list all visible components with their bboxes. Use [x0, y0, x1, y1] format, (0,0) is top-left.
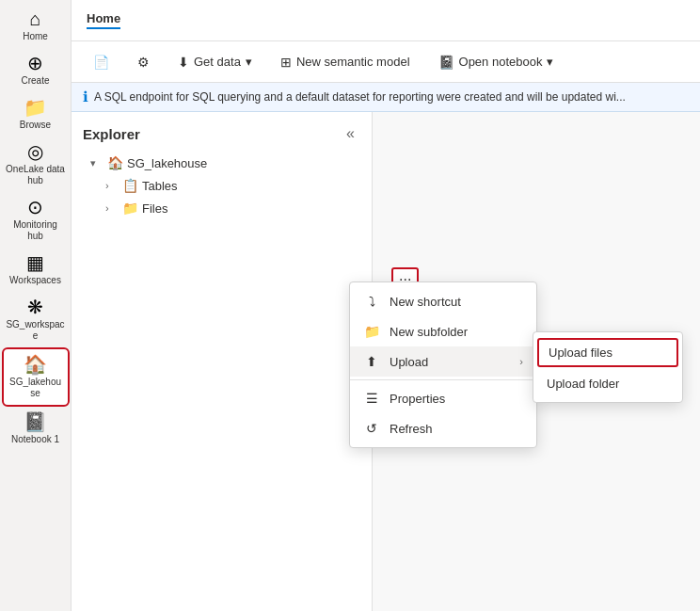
sidebar-item-notebook1[interactable]: 📓 Notebook 1: [2, 407, 70, 451]
browse-icon: 📁: [24, 98, 47, 117]
menu-item-upload[interactable]: ⬆ Upload ›: [350, 346, 536, 377]
explorer-title: Explorer: [83, 126, 140, 142]
open-notebook-arrow: ▾: [547, 55, 553, 69]
sidebar-label-home: Home: [23, 31, 48, 42]
upload-arrow-icon: ›: [519, 356, 523, 367]
tree-tables-label: Tables: [142, 179, 178, 193]
topbar: Home: [72, 0, 700, 41]
monitoring-icon: ⊙: [27, 198, 43, 217]
sidebar-item-browse[interactable]: 📁 Browse: [2, 92, 70, 137]
sidebar-label-create: Create: [21, 75, 49, 87]
properties-icon: ☰: [363, 391, 380, 406]
home-tab[interactable]: Home: [87, 11, 120, 29]
properties-label: Properties: [390, 392, 445, 406]
sidebar-label-monitoring: Monitoring hub: [6, 219, 66, 242]
menu-item-new-shortcut[interactable]: ⤵ New shortcut: [350, 286, 536, 316]
new-semantic-icon: ⊞: [280, 55, 292, 70]
info-icon: ℹ: [83, 88, 88, 105]
sidebar-label-workspaces: Workspaces: [9, 275, 61, 286]
sidebar-item-sg-lakehouse[interactable]: 🏠 SG_lakehouse: [2, 347, 70, 407]
sidebar-item-workspaces[interactable]: ▦ Workspaces: [2, 248, 70, 292]
explorer-header: Explorer «: [72, 112, 372, 152]
get-data-button[interactable]: ⬇ Get data ▾: [167, 49, 262, 75]
refresh-label: Refresh: [390, 422, 433, 436]
get-data-arrow: ▾: [246, 55, 252, 69]
settings-icon: ⚙: [137, 55, 150, 70]
sidebar-label-onelake: OneLake data hub: [6, 164, 66, 186]
get-data-label: Get data: [194, 55, 241, 69]
workspaces-icon: ▦: [26, 253, 44, 272]
infobar: ℹ A SQL endpoint for SQL querying and a …: [72, 83, 700, 112]
sidebar-label-browse: Browse: [20, 120, 51, 131]
sg-lakehouse-icon: 🏠: [24, 355, 47, 374]
sidebar-label-notebook1: Notebook 1: [11, 434, 59, 445]
notebook-toolbar-icon: 📓: [438, 55, 454, 70]
sg-workspace-icon: ❋: [27, 297, 43, 316]
tree-files-item[interactable]: › 📁 Files: [72, 197, 372, 219]
menu-item-refresh[interactable]: ↺ Refresh: [350, 413, 536, 443]
main-content: Home 📄 ⚙ ⬇ Get data ▾ ⊞ New semantic mod…: [72, 0, 700, 611]
onelake-icon: ◎: [27, 142, 43, 161]
open-notebook-button[interactable]: 📓 Open notebook ▾: [428, 49, 565, 75]
files-chevron-icon: ›: [105, 202, 119, 214]
get-data-icon: ⬇: [178, 55, 189, 70]
upload-files-label: Upload files: [549, 346, 612, 360]
sidebar-label-sg-workspace: SG_workspace: [6, 319, 66, 342]
refresh-small-icon: 📄: [93, 55, 109, 70]
home-icon: ⌂: [29, 9, 40, 28]
notebook-icon: 📓: [24, 412, 47, 431]
sidebar: ⌂ Home ⊕ Create 📁 Browse ◎ OneLake data …: [0, 0, 72, 611]
tables-tree-icon: 📋: [122, 178, 138, 193]
menu-item-new-subfolder[interactable]: 📁 New subfolder: [350, 316, 536, 346]
toolbar-icon-btn1[interactable]: 📄: [83, 49, 119, 75]
upload-folder-label: Upload folder: [547, 377, 619, 391]
files-context-menu: ⤵ New shortcut 📁 New subfolder ⬆ Upload …: [349, 281, 537, 448]
new-shortcut-icon: ⤵: [363, 294, 380, 309]
sidebar-item-home[interactable]: ⌂ Home: [2, 4, 70, 48]
tree-files-label: Files: [142, 201, 167, 216]
new-subfolder-icon: 📁: [363, 324, 380, 339]
sidebar-item-monitoring[interactable]: ⊙ Monitoring hub: [2, 192, 70, 248]
files-tree-icon: 📁: [122, 201, 138, 216]
tree-root-label: SG_lakehouse: [127, 156, 207, 170]
sidebar-label-sg-lakehouse: SG_lakehouse: [8, 377, 64, 399]
new-semantic-label: New semantic model: [296, 55, 410, 69]
upload-label: Upload: [390, 355, 428, 369]
submenu-upload-folder[interactable]: Upload folder: [533, 369, 682, 398]
infobar-text: A SQL endpoint for SQL querying and a de…: [94, 90, 626, 104]
refresh-icon: ↺: [363, 421, 380, 436]
menu-divider: [350, 379, 536, 380]
new-semantic-model-button[interactable]: ⊞ New semantic model: [270, 49, 421, 75]
new-shortcut-label: New shortcut: [390, 295, 461, 309]
root-chevron-icon: ▾: [90, 157, 103, 169]
tree-root-item[interactable]: ▾ 🏠 SG_lakehouse: [72, 152, 372, 174]
content-area: Explorer « ▾ 🏠 SG_lakehouse › 📋 Tables ›…: [72, 112, 700, 611]
submenu-upload-files[interactable]: Upload files: [537, 338, 678, 367]
collapse-button[interactable]: «: [341, 123, 360, 144]
toolbar-icon-btn2[interactable]: ⚙: [127, 49, 160, 75]
sidebar-item-sg-workspace[interactable]: ❋ SG_workspace: [2, 292, 70, 347]
open-notebook-label: Open notebook: [459, 55, 543, 69]
upload-icon: ⬆: [363, 354, 380, 369]
tree-tables-item[interactable]: › 📋 Tables: [72, 174, 372, 197]
create-icon: ⊕: [27, 54, 43, 72]
sidebar-item-onelake[interactable]: ◎ OneLake data hub: [2, 137, 70, 192]
sidebar-item-create[interactable]: ⊕ Create: [2, 48, 70, 92]
upload-submenu: Upload files Upload folder: [533, 331, 683, 403]
toolbar: 📄 ⚙ ⬇ Get data ▾ ⊞ New semantic model 📓 …: [72, 41, 700, 83]
lakehouse-tree-icon: 🏠: [107, 155, 123, 170]
new-subfolder-label: New subfolder: [390, 325, 468, 339]
menu-item-properties[interactable]: ☰ Properties: [350, 383, 536, 413]
explorer-panel: Explorer « ▾ 🏠 SG_lakehouse › 📋 Tables ›…: [72, 112, 373, 611]
tables-chevron-icon: ›: [105, 180, 119, 191]
